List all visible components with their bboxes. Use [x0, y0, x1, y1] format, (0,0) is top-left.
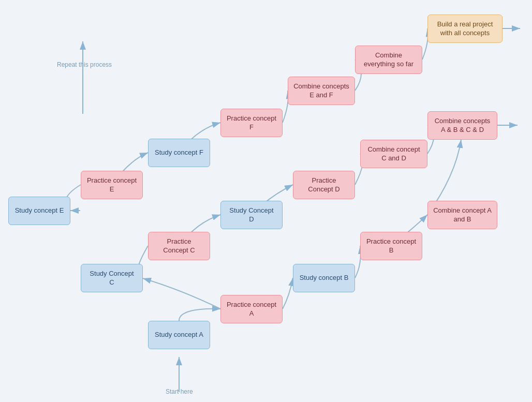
- repeat-label: Repeat this process: [57, 61, 112, 68]
- node-study-f[interactable]: Study concept F: [148, 139, 210, 167]
- node-study-b[interactable]: Study concept B: [293, 264, 355, 292]
- node-practice-d[interactable]: Practice Concept D: [293, 171, 355, 199]
- start-label: Start here: [166, 388, 193, 395]
- node-practice-c[interactable]: Practice Concept C: [148, 232, 210, 260]
- node-study-a[interactable]: Study concept A: [148, 321, 210, 349]
- node-practice-a[interactable]: Practice concept A: [220, 295, 283, 323]
- node-practice-e[interactable]: Practice concept E: [81, 171, 143, 199]
- node-build-project[interactable]: Build a real project with all concepts: [427, 14, 503, 43]
- node-practice-f[interactable]: Practice concept F: [220, 109, 283, 137]
- node-practice-b[interactable]: Practice concept B: [360, 232, 422, 260]
- node-combine-ab[interactable]: Combine concept A and B: [427, 201, 497, 229]
- node-study-e[interactable]: Study concept E: [8, 197, 70, 225]
- node-combine-cd[interactable]: Combine concept C and D: [360, 140, 427, 168]
- diagram-container: Study concept A Practice concept A Study…: [0, 0, 532, 402]
- node-study-d[interactable]: Study Concept D: [220, 201, 283, 229]
- node-combine-all[interactable]: Combine everything so far: [355, 46, 422, 74]
- node-combine-ef[interactable]: Combine concepts E and F: [288, 77, 355, 105]
- node-study-c[interactable]: Study Concept C: [81, 264, 143, 292]
- node-combine-abcd[interactable]: Combine concepts A & B & C & D: [427, 111, 497, 140]
